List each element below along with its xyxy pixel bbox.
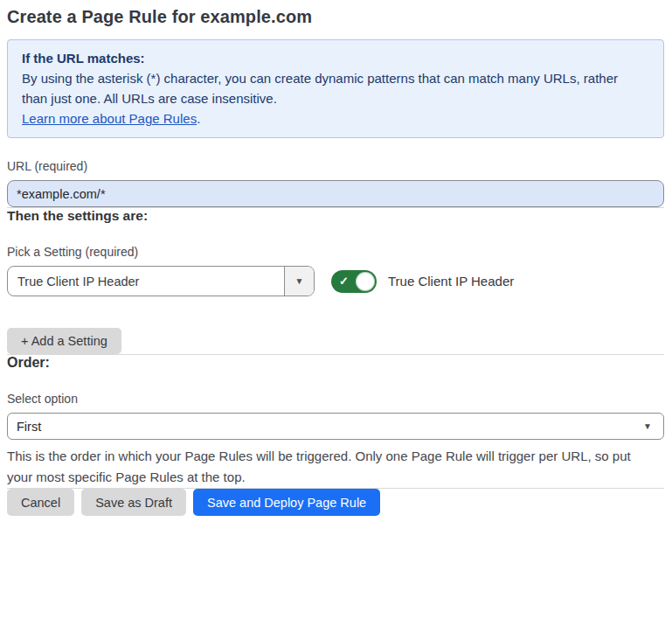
- cancel-button[interactable]: Cancel: [7, 489, 74, 516]
- link-suffix: .: [197, 111, 200, 126]
- create-page-rule-form: Create a Page Rule for example.com If th…: [0, 0, 672, 528]
- pick-setting-label: Pick a Setting (required): [7, 245, 664, 259]
- order-help-text: This is the order in which your Page Rul…: [7, 446, 658, 488]
- url-input[interactable]: [7, 180, 664, 207]
- info-box-link-line: Learn more about Page Rules.: [22, 108, 649, 129]
- url-field-label: URL (required): [7, 159, 664, 173]
- settings-section-heading: Then the settings are:: [7, 208, 664, 224]
- true-client-ip-toggle[interactable]: ✓: [331, 270, 377, 293]
- setting-dropdown[interactable]: True Client IP Header ▼: [7, 266, 315, 296]
- order-select-value: First: [17, 420, 643, 434]
- chevron-down-icon: ▼: [295, 277, 304, 286]
- toggle-knob: [356, 272, 375, 291]
- setting-dropdown-value: True Client IP Header: [8, 267, 284, 296]
- add-setting-button[interactable]: + Add a Setting: [7, 328, 121, 354]
- url-match-info-box: If the URL matches: By using the asteris…: [7, 39, 664, 138]
- info-box-heading: If the URL matches:: [22, 48, 649, 68]
- toggle-label: True Client IP Header: [388, 274, 514, 289]
- chevron-down-icon: ▼: [643, 422, 652, 431]
- learn-more-link[interactable]: Learn more about Page Rules: [22, 111, 197, 126]
- info-box-body: By using the asterisk (*) character, you…: [22, 68, 634, 108]
- save-as-draft-button[interactable]: Save as Draft: [81, 489, 186, 516]
- footer-buttons: Cancel Save as Draft Save and Deploy Pag…: [7, 489, 664, 516]
- page-title: Create a Page Rule for example.com: [7, 7, 664, 27]
- order-section-heading: Order:: [7, 355, 664, 371]
- order-select[interactable]: First ▼: [7, 413, 664, 440]
- save-and-deploy-button[interactable]: Save and Deploy Page Rule: [193, 489, 380, 516]
- setting-dropdown-arrow-box[interactable]: ▼: [284, 267, 314, 296]
- select-option-label: Select option: [7, 392, 664, 406]
- check-icon: ✓: [339, 275, 349, 287]
- setting-row: True Client IP Header ▼ ✓ True Client IP…: [7, 266, 664, 296]
